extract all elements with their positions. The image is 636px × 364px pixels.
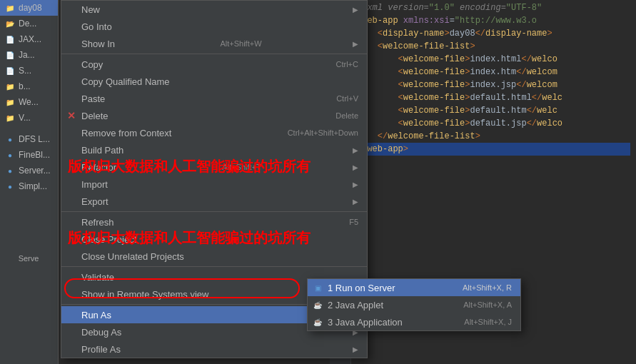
file-icon: 📄 — [4, 34, 16, 45]
sidebar-item-server[interactable]: ● Server... — [0, 163, 58, 178]
folder-icon4: 📁 — [4, 112, 16, 123]
sidebar-item-we[interactable]: 📁 We... — [0, 94, 58, 110]
delete-icon: ✕ — [67, 110, 76, 121]
sidebar-item-ja[interactable]: 📄 Ja... — [0, 47, 58, 63]
refactor-arrow: ▶ — [353, 163, 358, 171]
menu-item-paste[interactable]: Paste Ctrl+V — [61, 90, 367, 107]
sidebar-item-jax[interactable]: 📄 JAX... — [0, 31, 58, 47]
java-applet-shortcut: Alt+Shift+X, A — [449, 300, 512, 309]
run-server-shortcut: Alt+Shift+X, R — [448, 283, 512, 292]
code-line-5: <welcome-file>index.html</welco — [357, 53, 630, 66]
menu-item-remove-context[interactable]: Remove from Context Ctrl+Alt+Shift+Down — [61, 124, 367, 141]
menu-item-close-unrelated[interactable]: Close Unrelated Projects — [61, 248, 367, 265]
code-line-10: <welcome-file>default.jsp</welco — [357, 117, 630, 130]
menu-item-delete[interactable]: ✕ Delete Delete — [61, 107, 367, 124]
code-line-1: <?xml version="1.0" encoding="UTF-8" — [357, 1, 630, 14]
folder-icon3: 📁 — [4, 96, 16, 108]
code-line-7: <welcome-file>index.jsp</welcom — [357, 79, 630, 91]
menu-item-show-in[interactable]: Show In Alt+Shift+W ▶ — [61, 35, 367, 52]
delete-shortcut: Delete — [321, 111, 358, 120]
sidebar-item-v[interactable]: 📁 V... — [0, 110, 58, 126]
submenu-java-application[interactable]: ☕ 3 Java Application Alt+Shift+X, J — [308, 313, 520, 330]
refresh-shortcut: F5 — [335, 218, 358, 226]
simple-icon: ● — [4, 181, 16, 192]
code-line-2: <web-app xmlns:xsi="http://www.w3.o — [357, 14, 630, 27]
folder-icon: 📁 — [4, 2, 16, 14]
code-line-8: <welcome-file>default.html</welc — [357, 91, 630, 104]
profile-as-arrow: ▶ — [353, 345, 358, 353]
separator-2 — [61, 211, 367, 212]
menu-item-close-project[interactable]: Close Project — [61, 231, 367, 248]
run-as-submenu: ▣ 1 Run on Server Alt+Shift+X, R ☕ 2 Jav… — [307, 278, 521, 331]
export-arrow: ▶ — [353, 198, 358, 206]
menu-item-new[interactable]: New ▶ — [61, 1, 367, 18]
menu-item-export[interactable]: Export ▶ — [61, 193, 367, 210]
menu-item-go-into[interactable]: Go Into — [61, 18, 367, 35]
server-submenu-icon: ▣ — [312, 282, 323, 293]
java-app-shortcut: Alt+Shift+X, J — [450, 318, 512, 326]
menu-item-refactor[interactable]: Refactor Alt+Shift+T ▶ — [61, 158, 367, 176]
sidebar: 📁 day08 📂 De... 📄 JAX... 📄 Ja... 📄 S... … — [0, 0, 59, 364]
code-line-11: </welcome-file-list> — [357, 130, 630, 143]
code-line-12: </web-app> — [357, 143, 630, 156]
remove-shortcut: Ctrl+Alt+Shift+Down — [273, 128, 358, 137]
code-line-3: <display-name>day08</display-name> — [357, 27, 630, 40]
menu-item-build-path[interactable]: Build Path ▶ — [61, 141, 367, 158]
code-line-6: <welcome-file>index.htm</welcom — [357, 66, 630, 79]
sidebar-item-b[interactable]: 📁 b... — [0, 79, 58, 94]
copy-shortcut: Ctrl+C — [322, 60, 358, 69]
folder-icon2: 📁 — [4, 81, 16, 92]
import-arrow: ▶ — [353, 181, 358, 188]
menu-item-profile-as[interactable]: Profile As ▶ — [61, 340, 367, 358]
java-app-icon: ☕ — [312, 316, 323, 328]
dfs-icon: ● — [4, 133, 16, 145]
show-in-arrow: ▶ — [353, 40, 358, 48]
menu-item-copy[interactable]: Copy Ctrl+C — [61, 56, 367, 73]
folder-open-icon: 📂 — [4, 18, 16, 29]
show-in-shortcut: Alt+Shift+W — [206, 39, 261, 48]
menu-item-import[interactable]: Import ▶ — [61, 176, 367, 193]
separator-3 — [61, 266, 367, 267]
refactor-shortcut: Alt+Shift+T — [208, 163, 261, 171]
sidebar-item-day08[interactable]: 📁 day08 — [0, 0, 58, 16]
sidebar-item-dfs[interactable]: ● DFS L... — [0, 131, 58, 147]
file-icon2: 📄 — [4, 49, 16, 61]
separator-1 — [61, 54, 367, 54]
finebi-icon: ● — [4, 149, 16, 161]
menu-item-copy-qualified[interactable]: Copy Qualified Name — [61, 73, 367, 90]
sidebar-item-finebi[interactable]: ● FineBl... — [0, 147, 58, 163]
java-applet-icon: ☕ — [312, 299, 323, 310]
sidebar-item-simple[interactable]: ● Simpl... — [0, 178, 58, 194]
paste-shortcut: Ctrl+V — [322, 94, 358, 103]
menu-item-refresh[interactable]: Refresh F5 — [61, 213, 367, 231]
submenu-run-on-server[interactable]: ▣ 1 Run on Server Alt+Shift+X, R — [308, 279, 520, 296]
code-line-9: <welcome-file>default.htm</welc — [357, 104, 630, 117]
code-line-4: <welcome-file-list> — [357, 40, 630, 53]
server-icon: ● — [4, 165, 16, 176]
file-icon3: 📄 — [4, 65, 16, 76]
arrow-icon: ▶ — [353, 6, 358, 14]
sidebar-item-s[interactable]: 📄 S... — [0, 63, 58, 79]
serve-label: Serve — [0, 253, 57, 264]
build-path-arrow: ▶ — [353, 146, 358, 154]
submenu-java-applet[interactable]: ☕ 2 Java Applet Alt+Shift+X, A — [308, 296, 520, 313]
sidebar-item-de[interactable]: 📂 De... — [0, 16, 58, 31]
